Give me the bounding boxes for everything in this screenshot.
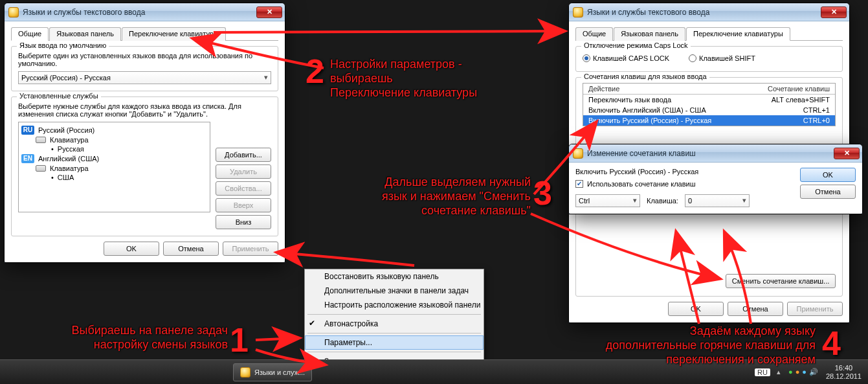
- menu-separator: [307, 352, 481, 352]
- modal-title: Изменение сочетания клавиш: [587, 149, 830, 158]
- keyboard-globe-icon: [8, 7, 19, 17]
- tab-keyboard-switch[interactable]: Переключение клавиатуры: [122, 27, 226, 41]
- down-button[interactable]: Вниз: [216, 215, 271, 229]
- annotation-4: Задаём каждому языку дополнительные горя…: [511, 324, 816, 367]
- tab-general[interactable]: Общие: [11, 27, 49, 41]
- apply-button[interactable]: Применить: [223, 242, 278, 256]
- apply-button[interactable]: Применить: [787, 302, 843, 316]
- close-button[interactable]: ✕: [834, 148, 860, 159]
- languages-tree[interactable]: RUРусский (Россия) Клавиатура •Русская E…: [18, 122, 210, 212]
- hotkey-row[interactable]: Включить Английский (США) - США CTRL+1: [583, 105, 835, 115]
- cancel-button[interactable]: Отмена: [728, 302, 783, 316]
- cancel-button[interactable]: Отмена: [800, 185, 856, 199]
- default-lang-legend: Язык ввода по умолчанию: [17, 41, 109, 49]
- check-icon: [575, 180, 583, 188]
- keyboard-globe-icon: [240, 367, 250, 378]
- keyboard-globe-icon: [573, 148, 583, 159]
- up-button[interactable]: Вверх: [216, 198, 271, 212]
- menu-restore-langbar[interactable]: Восстановить языковую панель: [305, 269, 484, 284]
- ok-button[interactable]: OK: [800, 168, 856, 182]
- ru-badge: RU: [21, 126, 34, 135]
- annotation-num-2: 2: [306, 52, 324, 91]
- keyboard-globe-icon: [573, 7, 583, 17]
- add-button[interactable]: Добавить...: [216, 148, 271, 162]
- default-lang-desc: Выберите один из установленных языков вв…: [18, 52, 271, 67]
- hotkeys-list[interactable]: Действие Сочетание клавиш Переключить яз…: [583, 83, 836, 126]
- installed-desc: Выберите нужные службы для каждого языка…: [18, 102, 271, 118]
- hotkeys-legend: Сочетания клавиш для языков ввода: [581, 73, 709, 80]
- change-hotkey-button[interactable]: Сменить сочетание клавиш...: [726, 274, 836, 288]
- caps-legend: Отключение режима Caps Lock: [581, 41, 691, 49]
- annotation-num-4: 4: [822, 324, 841, 363]
- menu-separator: [307, 333, 481, 333]
- keyboard-icon: [36, 137, 46, 143]
- hotkey-row[interactable]: Переключить язык ввода ALT слева+SHIFT: [583, 95, 835, 105]
- ok-button[interactable]: OK: [668, 302, 724, 316]
- hotkey-target: Включить Русский (Россия) - Русская: [575, 168, 792, 175]
- tab-general[interactable]: Общие: [575, 27, 613, 41]
- key-select[interactable]: 0: [685, 194, 750, 207]
- modifier-select[interactable]: Ctrl: [575, 194, 640, 207]
- cancel-button[interactable]: Отмена: [163, 242, 219, 256]
- props-button[interactable]: Свойства...: [216, 181, 271, 196]
- tray-icons[interactable]: ●●●🔊: [787, 368, 819, 376]
- annotation-3: Дальше выделяем нужный язык и нажимаем "…: [324, 175, 531, 218]
- ok-button[interactable]: OK: [104, 242, 159, 256]
- window-title: Языки и службы текстового ввода: [587, 8, 817, 17]
- language-indicator[interactable]: RU: [755, 368, 770, 376]
- remove-button[interactable]: Удалить: [216, 164, 271, 179]
- radio-dot-icon: [583, 54, 590, 62]
- menu-position[interactable]: Настроить расположение языковой панели: [305, 298, 484, 312]
- radio-dot-icon: [689, 54, 696, 62]
- en-badge: EN: [21, 154, 34, 163]
- hotkey-row-selected[interactable]: Включить Русский (Россия) - Русская CTRL…: [583, 115, 835, 126]
- annotation-1: Выбираешь на панеле задач настройку смен…: [14, 323, 228, 352]
- close-button[interactable]: ✕: [821, 6, 847, 18]
- keyboard-icon: [36, 165, 46, 172]
- tab-keyboard-switch[interactable]: Переключение клавиатуры: [686, 27, 790, 41]
- annotation-2: Настройки параметров - выбираешь Переклю…: [330, 57, 557, 100]
- menu-extra-icons[interactable]: Дополнительные значки в панели задач: [305, 284, 484, 298]
- close-button[interactable]: ✕: [256, 6, 282, 18]
- tray-chevron-icon[interactable]: ▴: [777, 368, 781, 376]
- tab-language-bar[interactable]: Языковая панель: [49, 27, 121, 41]
- default-lang-select[interactable]: Русский (Россия) - Русская: [18, 71, 271, 84]
- window-title: Языки и службы текстового ввода: [23, 8, 252, 17]
- language-bar-context-menu: Восстановить языковую панель Дополнитель…: [304, 269, 484, 369]
- radio-shift[interactable]: Клавишей SHIFT: [689, 54, 755, 62]
- radio-capslock[interactable]: Клавишей CAPS LOCK: [583, 54, 669, 62]
- use-hotkey-checkbox[interactable]: Использовать сочетание клавиш: [575, 180, 696, 188]
- taskbar-app-button[interactable]: Языки и служ...: [233, 363, 312, 381]
- menu-auto[interactable]: Автонастройка: [305, 317, 484, 331]
- menu-separator: [307, 314, 481, 315]
- annotation-num-3: 3: [533, 174, 552, 212]
- key-label: Клавиша:: [647, 197, 678, 205]
- annotation-num-1: 1: [230, 321, 249, 359]
- menu-parameters[interactable]: Параметры...: [305, 335, 484, 350]
- tray-clock[interactable]: 16:40 28.12.2011: [826, 364, 862, 381]
- tab-language-bar[interactable]: Языковая панель: [614, 27, 685, 41]
- installed-legend: Установленные службы: [17, 92, 101, 100]
